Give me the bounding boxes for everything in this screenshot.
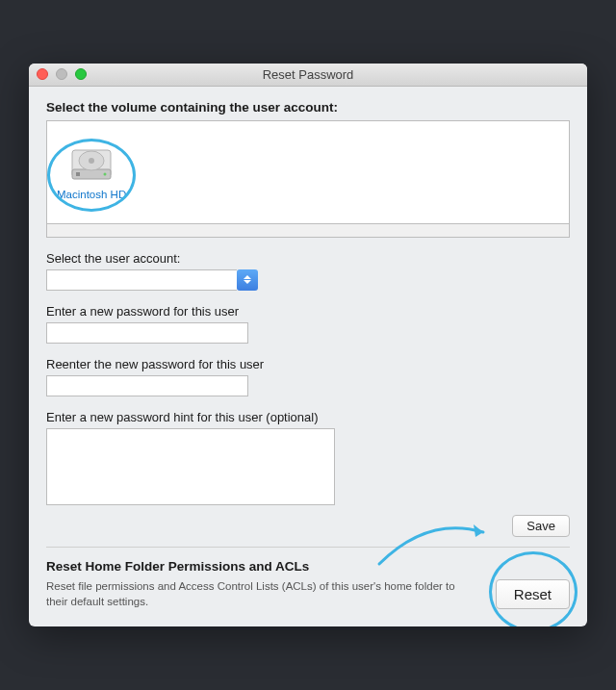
divider (46, 547, 570, 548)
reenter-password-input[interactable] (46, 375, 248, 396)
svg-rect-4 (76, 172, 80, 176)
reset-password-window: Reset Password Select the volume contain… (29, 64, 587, 626)
hint-textarea[interactable] (46, 428, 335, 505)
new-password-label: Enter a new password for this user (46, 304, 570, 319)
traffic-lights (37, 68, 87, 80)
save-button[interactable]: Save (512, 515, 570, 537)
user-select-label: Select the user account: (46, 251, 570, 266)
zoom-icon[interactable] (75, 68, 87, 80)
hint-label: Enter a new password hint for this user … (46, 410, 570, 424)
user-select-value[interactable] (46, 269, 237, 291)
chevron-down-icon (244, 280, 251, 284)
chevron-up-icon (244, 275, 251, 279)
svg-point-3 (89, 158, 94, 164)
volume-item[interactable]: Macintosh HD (57, 144, 126, 200)
reset-button[interactable]: Reset (496, 579, 570, 609)
acl-section: Reset Home Folder Permissions and ACLs R… (46, 559, 570, 609)
user-select[interactable] (46, 269, 258, 291)
svg-point-5 (104, 172, 107, 175)
save-row: Save (46, 515, 570, 537)
reenter-password-label: Reenter the new password for this user (46, 357, 570, 371)
acl-description: Reset file permissions and Access Contro… (46, 579, 473, 609)
window-content: Select the volume containing the user ac… (29, 87, 587, 626)
volume-heading: Select the volume containing the user ac… (46, 100, 570, 115)
titlebar: Reset Password (29, 64, 587, 87)
volume-list-footer (46, 224, 570, 238)
user-select-stepper[interactable] (237, 269, 258, 291)
close-icon[interactable] (37, 68, 48, 80)
window-title: Reset Password (29, 67, 587, 82)
minimize-icon (56, 68, 67, 80)
new-password-input[interactable] (46, 322, 248, 344)
hard-disk-icon (68, 144, 115, 187)
acl-heading: Reset Home Folder Permissions and ACLs (46, 559, 570, 574)
volume-list[interactable]: Macintosh HD (46, 120, 570, 224)
volume-name: Macintosh HD (57, 189, 126, 200)
